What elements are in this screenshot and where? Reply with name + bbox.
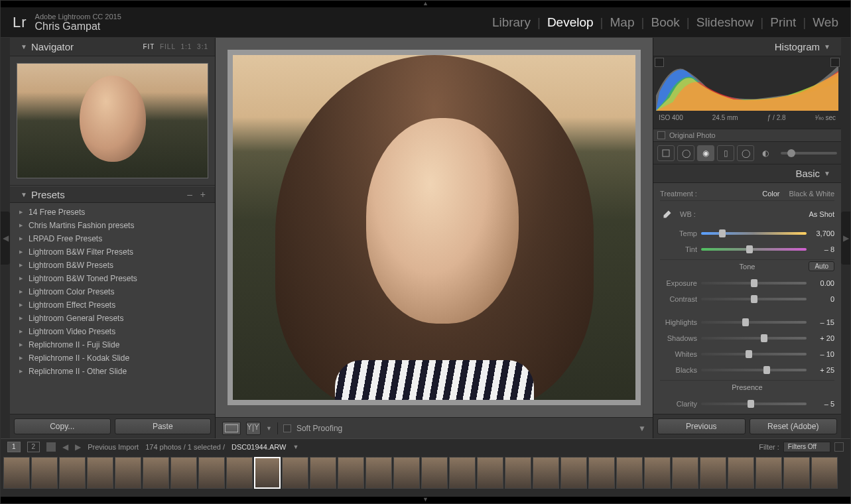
thumb[interactable] [3, 457, 30, 489]
zoom-1-1[interactable]: 1:1 [180, 43, 192, 50]
image-viewer[interactable] [216, 38, 653, 417]
thumb[interactable] [644, 457, 671, 489]
module-map[interactable]: Map [610, 15, 635, 30]
thumb[interactable] [477, 457, 503, 489]
main-display-button[interactable]: 1 [7, 442, 21, 452]
second-display-button[interactable]: 2 [27, 442, 40, 452]
filter-select[interactable]: Filters Off [783, 442, 830, 452]
thumb[interactable] [170, 457, 197, 489]
shadows-slider[interactable]: Shadows+ 20 [660, 332, 834, 344]
module-print[interactable]: Print [770, 15, 796, 30]
preset-folder[interactable]: Lightroom B&W Presets [10, 259, 215, 272]
module-slideshow[interactable]: Slideshow [696, 15, 754, 30]
redeye-tool[interactable]: ◉ [697, 145, 714, 161]
zoom-fill[interactable]: FILL [160, 43, 176, 50]
thumb[interactable] [59, 457, 86, 489]
paste-button[interactable]: Paste [115, 418, 212, 434]
exposure-slider[interactable]: Exposure0.00 [660, 277, 834, 289]
clarity-slider[interactable]: Clarity– 5 [660, 398, 834, 410]
treatment-bw[interactable]: Black & White [789, 190, 834, 198]
grid-view-icon[interactable] [46, 442, 56, 452]
reset-button[interactable]: Reset (Adobe) [750, 418, 838, 434]
navigator-header[interactable]: ▼ Navigator FIT FILL 1:1 3:1 [10, 38, 215, 56]
thumb[interactable] [449, 457, 476, 489]
filmstrip[interactable] [1, 454, 850, 497]
highlights-slider[interactable]: Highlights– 15 [660, 317, 834, 329]
blacks-value[interactable]: + 25 [811, 366, 834, 374]
thumb[interactable] [365, 457, 392, 489]
preset-folder[interactable]: Lightroom Effect Presets [10, 298, 215, 312]
crop-tool[interactable] [657, 145, 675, 161]
tint-value[interactable]: – 8 [811, 245, 834, 253]
highlights-value[interactable]: – 15 [811, 318, 834, 326]
presets-add-remove[interactable]: – + [187, 189, 208, 200]
radial-filter-tool[interactable]: ◯ [737, 145, 754, 161]
clarity-value[interactable]: – 5 [811, 400, 834, 408]
thumb[interactable] [811, 457, 838, 489]
toolbar-menu-icon[interactable]: ▼ [638, 424, 646, 433]
thumb[interactable] [533, 457, 559, 489]
nav-forward-icon[interactable]: ▶ [75, 442, 81, 452]
thumb[interactable] [588, 457, 615, 489]
soft-proof-checkbox[interactable] [283, 424, 291, 432]
zoom-fit[interactable]: FIT [143, 43, 155, 50]
temp-slider[interactable]: Temp 3,700 [660, 227, 834, 239]
previous-button[interactable]: Previous [657, 418, 746, 434]
module-book[interactable]: Book [651, 15, 679, 30]
spot-tool[interactable]: ◯ [677, 145, 694, 161]
thumb[interactable] [31, 457, 58, 489]
preset-folder[interactable]: Lightroom Color Presets [10, 285, 215, 298]
top-panel-toggle[interactable]: ▲ [1, 1, 850, 7]
contrast-value[interactable]: 0 [811, 295, 834, 303]
whites-value[interactable]: – 10 [811, 350, 834, 358]
right-panel-toggle[interactable]: ▶ [841, 212, 850, 265]
histogram-header[interactable]: Histogram ▼ [653, 38, 841, 56]
thumb[interactable] [226, 457, 253, 489]
wb-mode[interactable]: As Shot [809, 210, 834, 218]
source-label[interactable]: Previous Import [88, 443, 139, 451]
shadows-value[interactable]: + 20 [811, 334, 834, 342]
basic-header[interactable]: Basic ▼ [653, 164, 841, 183]
graduated-filter-tool[interactable]: ▯ [717, 145, 734, 161]
original-photo-checkbox[interactable] [657, 131, 665, 139]
preset-folder[interactable]: Replichrome II - Other Slide [10, 365, 215, 378]
thumb[interactable] [783, 457, 810, 489]
blacks-slider[interactable]: Blacks+ 25 [660, 364, 834, 376]
highlight-clip-icon[interactable] [830, 58, 840, 67]
thumb[interactable] [560, 457, 587, 489]
whites-slider[interactable]: Whites– 10 [660, 348, 834, 360]
filename-menu-icon[interactable]: ▼ [293, 444, 298, 450]
treatment-color[interactable]: Color [762, 190, 779, 198]
brush-tool[interactable]: ◐ [757, 145, 774, 161]
bottom-panel-toggle[interactable]: ▼ [1, 497, 850, 503]
dropdown-icon[interactable]: ▼ [266, 425, 272, 432]
thumb[interactable] [393, 457, 420, 489]
preset-folder[interactable]: Lightroom B&W Filter Presets [10, 245, 215, 259]
module-library[interactable]: Library [492, 15, 531, 30]
tool-size-slider[interactable] [781, 152, 837, 155]
module-web[interactable]: Web [813, 15, 838, 30]
thumb[interactable] [672, 457, 698, 489]
thumb[interactable] [198, 457, 225, 489]
thumb[interactable] [616, 457, 643, 489]
thumb[interactable] [728, 457, 754, 489]
navigator-thumbnail[interactable] [10, 56, 215, 186]
copy-button[interactable]: Copy... [14, 418, 111, 434]
filter-lock-icon[interactable] [834, 442, 844, 452]
thumb[interactable] [505, 457, 531, 489]
thumb[interactable] [87, 457, 113, 489]
thumb[interactable] [143, 457, 169, 489]
thumb[interactable] [700, 457, 726, 489]
presets-header[interactable]: ▼ Presets – + [10, 186, 215, 203]
auto-tone-button[interactable]: Auto [809, 261, 834, 271]
preset-folder[interactable]: Chris Martins Fashion presets [10, 219, 215, 232]
eyedropper-icon[interactable] [660, 207, 675, 221]
preset-folder[interactable]: Replichrome II - Kodak Slide [10, 351, 215, 365]
thumb[interactable] [115, 457, 141, 489]
module-develop[interactable]: Develop [547, 15, 594, 30]
thumb[interactable] [282, 457, 308, 489]
preset-folder[interactable]: Replichrome II - Fuji Slide [10, 338, 215, 351]
preset-folder[interactable]: Lightroom Video Presets [10, 325, 215, 338]
nav-back-icon[interactable]: ◀ [62, 442, 68, 452]
thumb[interactable] [310, 457, 336, 489]
